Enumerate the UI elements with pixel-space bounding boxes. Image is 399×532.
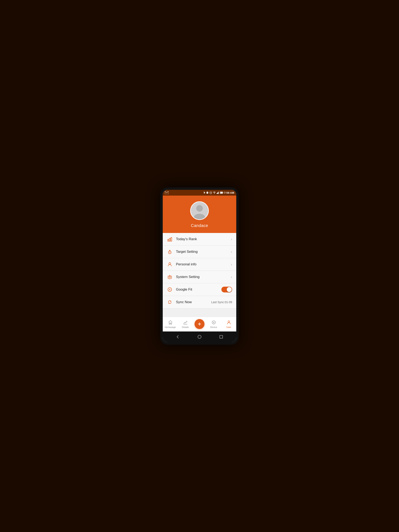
chart-line-icon: [183, 320, 188, 325]
sync-icon: [167, 299, 173, 305]
user-nav-icon: [226, 320, 232, 325]
svg-rect-13: [218, 191, 219, 194]
status-right-icons: 7:59 AM: [203, 191, 234, 194]
home-icon: [168, 320, 173, 325]
target-icon: [167, 249, 173, 255]
last-sync-label: Last Sync:01-09: [211, 300, 232, 304]
svg-point-27: [169, 252, 170, 253]
bar-chart-icon: [167, 236, 173, 242]
svg-rect-15: [220, 192, 222, 194]
sync-now-label: Sync Now: [176, 300, 211, 304]
personal-info-label: Personal info: [176, 262, 231, 266]
nav-item-homepage[interactable]: Homepage: [163, 320, 178, 328]
phone-screen: 7:59 AM Candace: [163, 190, 236, 342]
menu-item-todays-rank[interactable]: Today's Rank ›: [163, 233, 236, 246]
nav-item-user[interactable]: User: [221, 320, 236, 328]
status-bar: 7:59 AM: [163, 190, 236, 196]
svg-rect-11: [217, 192, 218, 194]
back-button[interactable]: [175, 334, 181, 340]
profile-header: Candace: [163, 196, 236, 233]
menu-item-personal-info[interactable]: Personal info ›: [163, 258, 236, 271]
menu-list: Today's Rank › Target Setting ›: [163, 233, 236, 309]
vibrate-icon: [206, 191, 209, 194]
svg-rect-21: [168, 239, 169, 241]
avatar-silhouette: [192, 204, 207, 219]
svg-point-9: [214, 194, 215, 194]
svg-rect-0: [165, 191, 169, 194]
chevron-right-icon: ›: [231, 262, 232, 267]
leaf-icon: [211, 320, 216, 325]
recents-button[interactable]: [218, 334, 224, 340]
chevron-right-icon: ›: [231, 237, 232, 241]
svg-point-20: [194, 214, 205, 219]
svg-point-19: [196, 205, 203, 212]
svg-rect-23: [171, 238, 172, 241]
android-nav-bar: [163, 331, 236, 342]
profile-name[interactable]: Candace: [191, 223, 208, 228]
target-setting-label: Target Setting: [176, 250, 231, 254]
phone-frame: 7:59 AM Candace: [160, 187, 239, 345]
avatar[interactable]: [190, 201, 209, 220]
nav-item-add[interactable]: [195, 319, 204, 329]
chevron-right-icon: ›: [231, 250, 232, 254]
bluetooth-icon: [203, 191, 205, 194]
menu-item-sync-now[interactable]: Sync Now Last Sync:01-09: [163, 296, 236, 309]
status-left-icons: [165, 191, 169, 194]
nav-item-details[interactable]: Details: [178, 320, 193, 328]
menu-item-target-setting[interactable]: Target Setting ›: [163, 246, 236, 258]
toggle-knob: [227, 287, 232, 292]
content-spacer: [163, 309, 236, 317]
google-fit-toggle[interactable]: [222, 287, 232, 292]
home-button[interactable]: [196, 334, 203, 340]
wifi-icon: [213, 191, 216, 194]
nav-item-device[interactable]: Device: [206, 320, 221, 328]
alarm-icon: [209, 191, 212, 194]
plus-icon: [197, 322, 202, 327]
svg-rect-12: [218, 192, 218, 194]
svg-point-28: [169, 263, 171, 265]
svg-rect-1: [207, 192, 208, 194]
details-nav-label: Details: [182, 326, 189, 328]
battery-icon: [220, 191, 223, 194]
menu-item-system-setting[interactable]: System Setting ›: [163, 271, 236, 283]
system-setting-label: System Setting: [176, 275, 231, 279]
svg-point-41: [198, 335, 201, 338]
chevron-right-icon: ›: [231, 275, 232, 279]
device-nav-label: Device: [210, 326, 217, 328]
svg-line-8: [211, 192, 212, 192]
todays-rank-label: Today's Rank: [176, 237, 231, 241]
svg-rect-10: [217, 193, 217, 194]
status-time: 7:59 AM: [224, 191, 234, 194]
homepage-nav-label: Homepage: [165, 326, 176, 328]
add-button[interactable]: [195, 319, 204, 329]
svg-rect-42: [220, 336, 223, 338]
google-fit-label: Google Fit: [176, 287, 222, 291]
svg-point-29: [169, 276, 171, 278]
person-icon: [167, 261, 173, 267]
bottom-nav: Homepage Details: [163, 317, 236, 331]
google-plus-icon: [167, 287, 173, 292]
gear-icon: [167, 274, 173, 280]
svg-line-7: [210, 192, 210, 192]
user-nav-label: User: [226, 326, 231, 328]
menu-item-google-fit[interactable]: Google Fit: [163, 283, 236, 296]
svg-point-40: [228, 321, 230, 322]
svg-rect-22: [169, 238, 170, 241]
gmail-icon: [165, 191, 169, 194]
signal-icon: [217, 191, 219, 194]
